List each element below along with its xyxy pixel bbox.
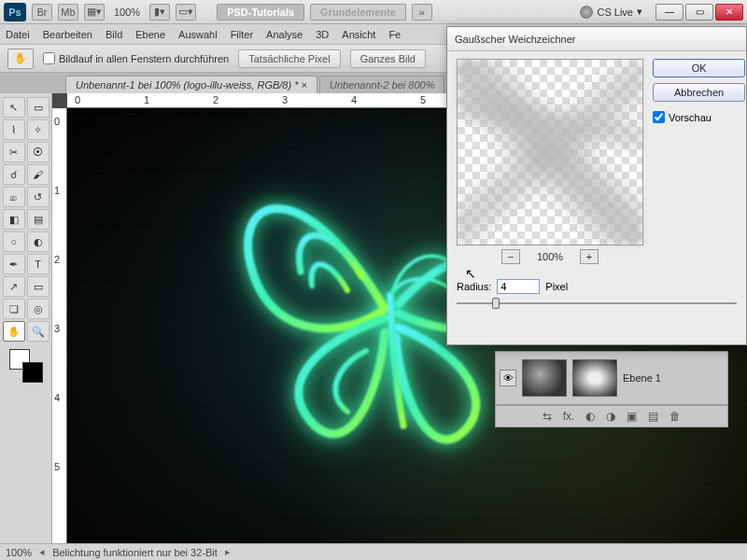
cs-live-label: CS Live xyxy=(597,7,633,18)
status-prev-icon[interactable]: ◂ xyxy=(39,546,45,558)
bridge-icon[interactable]: Br xyxy=(32,4,52,21)
folder-icon[interactable]: ▣ xyxy=(627,410,637,423)
preview-checkbox[interactable]: Vorschau xyxy=(653,111,745,123)
arrange-icon[interactable]: ▮▾ xyxy=(149,4,170,21)
status-next-icon[interactable]: ▸ xyxy=(225,546,231,558)
radius-label: Radius: xyxy=(457,281,491,292)
hand-tool-slot[interactable]: ✋ xyxy=(3,321,25,342)
3d-camera-tool[interactable]: ◎ xyxy=(27,299,49,319)
marquee-tool[interactable]: ▭ xyxy=(27,97,49,118)
crop-tool[interactable]: ✂ xyxy=(3,142,25,162)
slider-thumb[interactable] xyxy=(492,298,500,309)
status-message: Belichtung funktioniert nur bei 32-Bit xyxy=(52,547,218,558)
menu-ebene[interactable]: Ebene xyxy=(135,29,165,40)
scroll-all-checkbox[interactable]: Bildlauf in allen Fenstern durchführen xyxy=(43,52,229,64)
menu-filter[interactable]: Filter xyxy=(231,29,253,40)
layer-mask-thumb[interactable] xyxy=(572,359,617,397)
dialog-title: Gaußscher Weichzeichner xyxy=(447,27,746,51)
move-tool[interactable]: ↖ xyxy=(3,97,25,118)
radius-unit: Pixel xyxy=(545,281,568,292)
layers-row[interactable]: 👁 Ebene 1 xyxy=(495,351,728,405)
background-swatch[interactable] xyxy=(22,362,43,383)
workspace-tab-tutorials[interactable]: PSD-Tutorials xyxy=(217,4,304,21)
visibility-toggle[interactable]: 👁 xyxy=(500,370,516,386)
eraser-tool[interactable]: ◧ xyxy=(3,209,25,230)
newlayer-icon[interactable]: ▤ xyxy=(648,410,658,423)
gaussian-blur-dialog: Gaußscher Weichzeichner − 100% + OK Abbr… xyxy=(446,26,747,345)
screenmode-icon[interactable]: ▭▾ xyxy=(176,4,196,21)
close-icon[interactable]: × xyxy=(302,79,307,91)
actual-pixels-button[interactable]: Tatsächliche Pixel xyxy=(238,49,340,68)
layer-thumb[interactable] xyxy=(522,359,567,397)
menu-analyse[interactable]: Analyse xyxy=(266,29,303,40)
dodge-tool[interactable]: ◐ xyxy=(27,231,49,252)
ruler-vertical: 012345 xyxy=(52,108,67,543)
doc-tab-1[interactable]: Unbenannt-1 bei 100% (logo-illu-weiss, R… xyxy=(65,76,317,93)
blur-tool[interactable]: ○ xyxy=(3,231,25,252)
layer-name[interactable]: Ebene 1 xyxy=(623,372,661,384)
radius-slider[interactable] xyxy=(457,296,737,311)
status-bar: 100% ◂ Belichtung funktioniert nur bei 3… xyxy=(0,543,747,560)
workspace-tab-grund[interactable]: Grundelemente xyxy=(310,4,406,21)
doc-tab-2[interactable]: Unbenannt-2 bei 800% xyxy=(319,76,445,93)
menu-auswahl[interactable]: Auswahl xyxy=(178,29,218,40)
menu-datei[interactable]: Datei xyxy=(6,29,30,40)
menu-bild[interactable]: Bild xyxy=(106,29,122,40)
title-bar: Ps Br Mb ▦▾ 100% ▮▾ ▭▾ PSD-Tutorials Gru… xyxy=(0,0,747,24)
window-close-button[interactable]: ✕ xyxy=(715,4,743,21)
cslive-dot-icon xyxy=(580,6,593,19)
link-icon[interactable]: ⇆ xyxy=(543,410,552,423)
window-maximize-button[interactable]: ▭ xyxy=(685,4,713,21)
adjust-icon[interactable]: ◑ xyxy=(606,410,615,423)
menu-bearbeiten[interactable]: Bearbeiten xyxy=(43,29,92,40)
shape-tool[interactable]: ▭ xyxy=(27,276,49,297)
cs-live[interactable]: CS Live▾ xyxy=(580,6,642,19)
zoom-level[interactable]: 100% xyxy=(110,7,144,18)
preview-checkbox-label: Vorschau xyxy=(669,112,712,123)
preview-zoom: 100% xyxy=(537,251,563,262)
viewmode-icon[interactable]: ▦▾ xyxy=(84,4,105,21)
app-logo: Ps xyxy=(4,3,26,21)
zoom-tool[interactable]: 🔍 xyxy=(27,321,49,342)
history-brush-tool[interactable]: ↺ xyxy=(27,187,49,207)
status-zoom[interactable]: 100% xyxy=(6,547,32,558)
fx-icon[interactable]: fx. xyxy=(563,410,575,423)
brush-tool[interactable]: 🖌 xyxy=(27,164,49,185)
stamp-tool[interactable]: ⎄ xyxy=(3,187,25,207)
eyedropper-tool[interactable]: ⦿ xyxy=(27,142,49,162)
filter-preview[interactable] xyxy=(457,59,643,245)
cancel-button[interactable]: Abbrechen xyxy=(653,83,745,102)
workspace-overflow[interactable]: » xyxy=(412,4,432,21)
3d-tool[interactable]: ❏ xyxy=(3,299,25,319)
zoom-in-button[interactable]: + xyxy=(580,249,599,264)
zoom-out-button[interactable]: − xyxy=(501,249,520,264)
radius-input[interactable] xyxy=(497,279,540,294)
wand-tool[interactable]: ✧ xyxy=(27,119,49,140)
toolbox: ↖▭ ⌇✧ ✂⦿ ☌🖌 ⎄↺ ◧▤ ○◐ ✒T ↗▭ ❏◎ ✋🔍 xyxy=(0,93,52,543)
scroll-all-label: Bildlauf in allen Fenstern durchführen xyxy=(59,53,229,64)
chevron-down-icon: ▾ xyxy=(637,6,642,18)
window-minimize-button[interactable]: — xyxy=(655,4,684,21)
layers-footer: ⇆ fx. ◐ ◑ ▣ ▤ 🗑 xyxy=(495,405,728,427)
gradient-tool[interactable]: ▤ xyxy=(27,209,49,230)
menu-3d[interactable]: 3D xyxy=(316,29,329,40)
mask-icon[interactable]: ◐ xyxy=(585,410,595,423)
ok-button[interactable]: OK xyxy=(653,59,745,77)
trash-icon[interactable]: 🗑 xyxy=(669,410,681,423)
path-tool[interactable]: ↗ xyxy=(3,276,25,297)
hand-tool-icon[interactable]: ✋ xyxy=(7,49,34,69)
type-tool[interactable]: T xyxy=(27,254,49,274)
color-swatches[interactable] xyxy=(7,347,45,385)
menu-fenster[interactable]: Fe xyxy=(388,29,401,40)
heal-tool[interactable]: ☌ xyxy=(3,164,25,185)
pen-tool[interactable]: ✒ xyxy=(3,254,25,274)
fit-screen-button[interactable]: Ganzes Bild xyxy=(350,49,426,68)
lasso-tool[interactable]: ⌇ xyxy=(3,119,25,140)
minibridge-icon[interactable]: Mb xyxy=(58,4,78,21)
menu-ansicht[interactable]: Ansicht xyxy=(342,29,375,40)
